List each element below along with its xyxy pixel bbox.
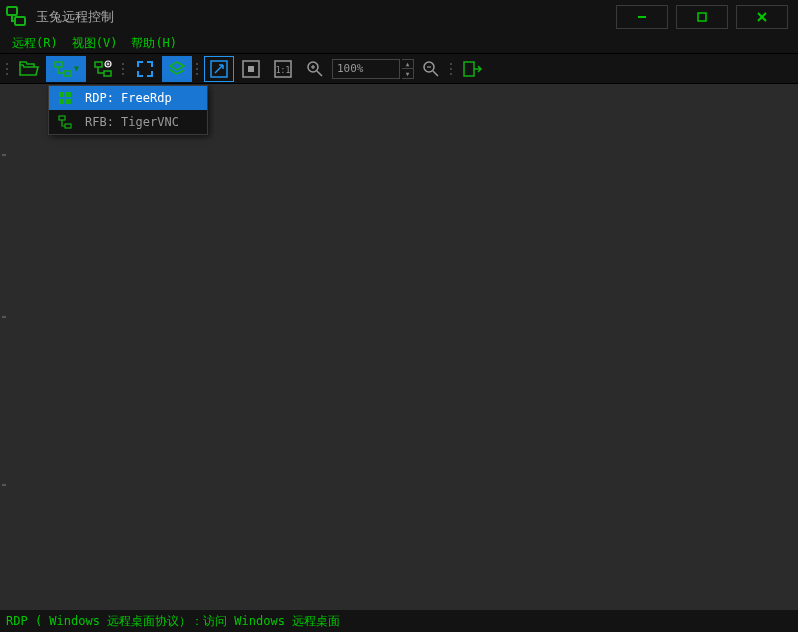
- svg-rect-24: [59, 92, 64, 97]
- app-icon: [4, 4, 30, 30]
- exit-button[interactable]: [458, 56, 488, 82]
- maximize-button[interactable]: [676, 5, 728, 29]
- svg-rect-27: [66, 99, 71, 104]
- menu-item-label: RFB: TigerVNC: [85, 115, 179, 129]
- svg-rect-23: [464, 62, 474, 76]
- menubar: 远程(R) 视图(V) 帮助(H): [0, 34, 798, 54]
- connection-edit-button[interactable]: [88, 56, 118, 82]
- zoom-out-button[interactable]: [416, 56, 446, 82]
- menu-item-label: RDP: FreeRdp: [85, 91, 172, 105]
- layers-button[interactable]: [162, 56, 192, 82]
- svg-rect-3: [698, 13, 706, 21]
- svg-rect-26: [59, 99, 64, 104]
- svg-line-17: [317, 71, 322, 76]
- ruler-tick: [2, 316, 6, 318]
- zoom-step-up[interactable]: ▲: [402, 60, 413, 70]
- one-to-one-button[interactable]: 1:1: [268, 56, 298, 82]
- status-text: RDP ( Windows 远程桌面协议）：访问 Windows 远程桌面: [6, 613, 340, 630]
- menu-view[interactable]: 视图(V): [72, 35, 118, 52]
- connection-type-menu: RDP: FreeRdp RFB: TigerVNC: [48, 85, 208, 135]
- toolbar-grip-4: [448, 57, 454, 81]
- svg-line-21: [433, 71, 438, 76]
- zoom-spinner[interactable]: ▲ ▼: [402, 59, 414, 79]
- svg-text:1:1: 1:1: [276, 66, 291, 75]
- svg-rect-8: [95, 62, 102, 67]
- svg-rect-13: [248, 66, 254, 72]
- svg-rect-25: [66, 92, 71, 97]
- open-button[interactable]: [14, 56, 44, 82]
- menu-help[interactable]: 帮助(H): [131, 35, 177, 52]
- titlebar: 玉兔远程控制: [0, 0, 798, 34]
- app-title: 玉兔远程控制: [36, 8, 114, 26]
- actual-size-button[interactable]: [236, 56, 266, 82]
- svg-rect-7: [64, 71, 71, 76]
- connection-type-dropdown[interactable]: ▼: [46, 56, 86, 82]
- zoom-step-down[interactable]: ▼: [402, 69, 413, 78]
- menu-remote[interactable]: 远程(R): [12, 35, 58, 52]
- menu-item-rfb[interactable]: RFB: TigerVNC: [49, 110, 207, 134]
- svg-rect-28: [59, 116, 65, 120]
- toolbar: ▼: [0, 54, 798, 84]
- ruler-tick: [2, 154, 6, 156]
- toolbar-grip-3: [194, 57, 200, 81]
- svg-rect-1: [15, 17, 25, 25]
- chevron-down-icon: ▼: [74, 64, 79, 73]
- zoom-in-button[interactable]: [300, 56, 330, 82]
- svg-rect-0: [7, 7, 17, 15]
- close-button[interactable]: [736, 5, 788, 29]
- fit-window-button[interactable]: [204, 56, 234, 82]
- fullscreen-button[interactable]: [130, 56, 160, 82]
- toolbar-grip: [4, 57, 10, 81]
- content-area: [2, 84, 796, 610]
- vnc-icon: [55, 115, 75, 129]
- zoom-input[interactable]: [332, 59, 400, 79]
- ruler-tick: [2, 484, 6, 486]
- minimize-button[interactable]: [616, 5, 668, 29]
- toolbar-grip-2: [120, 57, 126, 81]
- window-controls: [616, 5, 798, 29]
- statusbar: RDP ( Windows 远程桌面协议）：访问 Windows 远程桌面: [0, 610, 798, 632]
- svg-rect-29: [65, 124, 71, 128]
- windows-icon: [55, 91, 75, 105]
- menu-item-rdp[interactable]: RDP: FreeRdp: [49, 86, 207, 110]
- svg-rect-9: [104, 71, 111, 76]
- svg-rect-6: [55, 62, 62, 67]
